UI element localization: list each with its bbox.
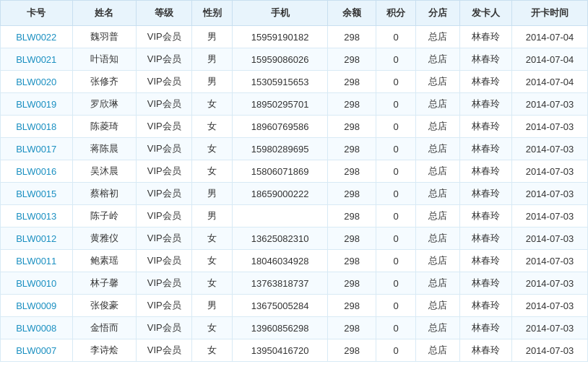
cell-points: 0 (376, 116, 415, 138)
cell-balance: 298 (328, 250, 376, 272)
cell-cardno[interactable]: BLW0015 (1, 183, 73, 205)
cell-points: 0 (376, 71, 415, 93)
cell-opendate: 2014-07-03 (511, 228, 587, 250)
table-row[interactable]: BLW0007李诗烩VIP会员女139504167202980总店林春玲2014… (1, 339, 588, 362)
cell-name: 陈子岭 (72, 205, 136, 228)
cell-cardno[interactable]: BLW0016 (1, 160, 73, 183)
cell-cardno[interactable]: BLW0010 (1, 272, 73, 295)
cell-balance: 298 (328, 48, 376, 71)
cell-level: VIP会员 (137, 205, 192, 228)
cell-branch: 总店 (416, 272, 460, 295)
table-row[interactable]: BLW0010林子馨VIP会员女137638187372980总店林春玲2014… (1, 272, 588, 295)
table-row[interactable]: BLW0012黄雅仪VIP会员女136250823102980总店林春玲2014… (1, 228, 588, 250)
cell-name: 魏羽普 (72, 26, 136, 48)
cell-cardno[interactable]: BLW0011 (1, 250, 73, 272)
cell-opendate: 2014-07-04 (511, 48, 587, 71)
table-row[interactable]: BLW0021叶语知VIP会员男159590860262980总店林春玲2014… (1, 48, 588, 71)
cell-opendate: 2014-07-04 (511, 71, 587, 93)
table-row[interactable]: BLW0018陈菱琦VIP会员女189607695862980总店林春玲2014… (1, 116, 588, 138)
cell-phone: 15959086026 (232, 48, 328, 71)
table-row[interactable]: BLW0009张俊豪VIP会员男136750052842980总店林春玲2014… (1, 295, 588, 317)
cell-gender: 女 (192, 250, 232, 272)
cell-level: VIP会员 (137, 160, 192, 183)
cell-branch: 总店 (416, 205, 460, 228)
cell-phone: 18659000222 (232, 183, 328, 205)
table-row[interactable]: BLW0019罗欣琳VIP会员女189502957012980总店林春玲2014… (1, 93, 588, 116)
cell-gender: 女 (192, 228, 232, 250)
cell-opendate: 2014-07-03 (511, 205, 587, 228)
column-header-分店: 分店 (416, 1, 460, 26)
cell-gender: 男 (192, 48, 232, 71)
cell-balance: 298 (328, 116, 376, 138)
cell-level: VIP会员 (137, 339, 192, 362)
cell-cardno[interactable]: BLW0013 (1, 205, 73, 228)
table-row[interactable]: BLW0016吴沐晨VIP会员女158060718692980总店林春玲2014… (1, 160, 588, 183)
cell-phone: 13625082310 (232, 228, 328, 250)
cell-balance: 298 (328, 228, 376, 250)
cell-opendate: 2014-07-03 (511, 272, 587, 295)
cell-points: 0 (376, 339, 415, 362)
cell-points: 0 (376, 183, 415, 205)
cell-points: 0 (376, 295, 415, 317)
cell-balance: 298 (328, 26, 376, 48)
cell-opendate: 2014-07-03 (511, 317, 587, 339)
cell-balance: 298 (328, 138, 376, 160)
cell-issuer: 林春玲 (459, 205, 511, 228)
cell-cardno[interactable]: BLW0020 (1, 71, 73, 93)
cell-gender: 女 (192, 317, 232, 339)
member-table: 卡号姓名等级性别手机余额积分分店发卡人开卡时间 BLW0022魏羽普VIP会员男… (0, 0, 588, 362)
table-row[interactable]: BLW0015蔡榕初VIP会员男186590002222980总店林春玲2014… (1, 183, 588, 205)
cell-branch: 总店 (416, 295, 460, 317)
cell-issuer: 林春玲 (459, 116, 511, 138)
cell-balance: 298 (328, 339, 376, 362)
cell-balance: 298 (328, 71, 376, 93)
cell-balance: 298 (328, 295, 376, 317)
cell-balance: 298 (328, 93, 376, 116)
cell-cardno[interactable]: BLW0019 (1, 93, 73, 116)
table-row[interactable]: BLW0013陈子岭VIP会员男2980总店林春玲2014-07-03 (1, 205, 588, 228)
cell-cardno[interactable]: BLW0012 (1, 228, 73, 250)
cell-opendate: 2014-07-03 (511, 93, 587, 116)
column-header-开卡时间: 开卡时间 (511, 1, 587, 26)
cell-gender: 男 (192, 205, 232, 228)
table-row[interactable]: BLW0017蒋陈晨VIP会员女159802896952980总店林春玲2014… (1, 138, 588, 160)
cell-level: VIP会员 (137, 295, 192, 317)
cell-issuer: 林春玲 (459, 26, 511, 48)
cell-balance: 298 (328, 205, 376, 228)
table-row[interactable]: BLW0022魏羽普VIP会员男159591901822980总店林春玲2014… (1, 26, 588, 48)
cell-cardno[interactable]: BLW0007 (1, 339, 73, 362)
cell-phone: 13960856298 (232, 317, 328, 339)
cell-phone: 18950295701 (232, 93, 328, 116)
cell-name: 林子馨 (72, 272, 136, 295)
table-row[interactable]: BLW0011鲍素瑶VIP会员女180460349282980总店林春玲2014… (1, 250, 588, 272)
cell-cardno[interactable]: BLW0022 (1, 26, 73, 48)
cell-cardno[interactable]: BLW0017 (1, 138, 73, 160)
cell-cardno[interactable]: BLW0008 (1, 317, 73, 339)
column-header-卡号: 卡号 (1, 1, 73, 26)
cell-gender: 男 (192, 71, 232, 93)
cell-issuer: 林春玲 (459, 71, 511, 93)
cell-issuer: 林春玲 (459, 295, 511, 317)
cell-level: VIP会员 (137, 272, 192, 295)
cell-name: 叶语知 (72, 48, 136, 71)
cell-points: 0 (376, 93, 415, 116)
column-header-手机: 手机 (232, 1, 328, 26)
table-row[interactable]: BLW0020张修齐VIP会员男153059156532980总店林春玲2014… (1, 71, 588, 93)
cell-cardno[interactable]: BLW0018 (1, 116, 73, 138)
column-header-姓名: 姓名 (72, 1, 136, 26)
cell-opendate: 2014-07-03 (511, 116, 587, 138)
column-header-发卡人: 发卡人 (459, 1, 511, 26)
cell-points: 0 (376, 138, 415, 160)
cell-points: 0 (376, 250, 415, 272)
cell-issuer: 林春玲 (459, 93, 511, 116)
cell-opendate: 2014-07-04 (511, 26, 587, 48)
table-row[interactable]: BLW0008金悟而VIP会员女139608562982980总店林春玲2014… (1, 317, 588, 339)
cell-cardno[interactable]: BLW0009 (1, 295, 73, 317)
cell-issuer: 林春玲 (459, 183, 511, 205)
cell-name: 李诗烩 (72, 339, 136, 362)
cell-level: VIP会员 (137, 26, 192, 48)
cell-gender: 女 (192, 93, 232, 116)
cell-branch: 总店 (416, 71, 460, 93)
cell-name: 蒋陈晨 (72, 138, 136, 160)
cell-cardno[interactable]: BLW0021 (1, 48, 73, 71)
